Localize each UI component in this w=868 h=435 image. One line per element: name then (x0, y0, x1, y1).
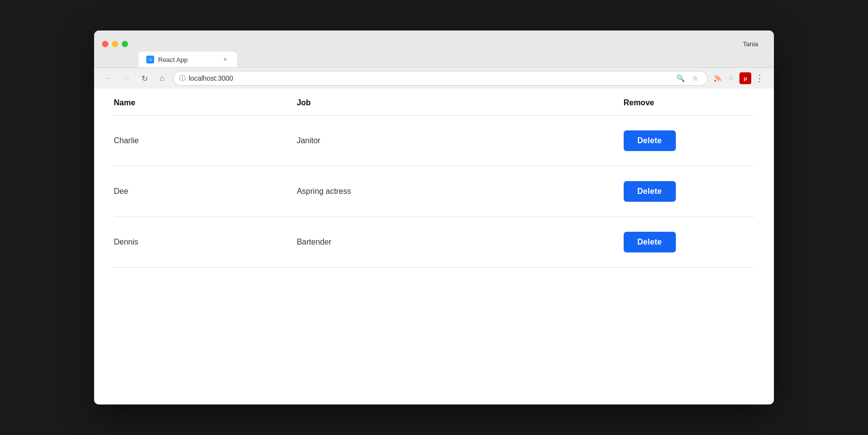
cell-remove: Delete (624, 116, 754, 166)
forward-button[interactable]: → (120, 71, 134, 85)
delete-button-1[interactable]: Delete (624, 130, 676, 151)
cell-job: Aspring actress (297, 166, 623, 217)
page-content: Name Job Remove CharlieJanitorDeleteDeeA… (94, 89, 774, 404)
column-header-remove: Remove (624, 89, 754, 116)
address-info-icon: ⓘ (179, 74, 186, 83)
delete-button-3[interactable]: Delete (624, 232, 676, 252)
title-bar: Tania ⚛ React App × ← → ↻ ⌂ ⓘ localhost:… (94, 31, 774, 89)
cell-remove: Delete (624, 166, 754, 217)
maximize-window-button[interactable] (122, 41, 128, 47)
tab-favicon: ⚛ (146, 56, 154, 63)
cell-name: Dennis (114, 217, 297, 268)
browser-more-button[interactable]: ⋮ (753, 73, 766, 84)
address-text: localhost:3000 (189, 74, 671, 82)
address-actions: 🔍 ☆ (674, 72, 701, 85)
cell-remove: Delete (624, 217, 754, 268)
address-bar-row: ← → ↻ ⌂ ⓘ localhost:3000 🔍 ☆ (94, 67, 774, 89)
minimize-window-button[interactable] (112, 41, 118, 47)
address-field[interactable]: ⓘ localhost:3000 🔍 ☆ (173, 71, 708, 86)
table-row: CharlieJanitorDelete (114, 116, 754, 166)
tab-title: React App (158, 56, 217, 63)
shield-extension-icon[interactable]: μ (739, 72, 751, 84)
address-search-icon[interactable]: 🔍 (674, 72, 687, 85)
table-row: DennisBartenderDelete (114, 217, 754, 268)
back-button[interactable]: ← (102, 71, 116, 85)
reload-button[interactable]: ↻ (137, 71, 151, 85)
address-bookmark-icon[interactable]: ☆ (689, 72, 701, 85)
browser-window: Tania ⚛ React App × ← → ↻ ⌂ ⓘ localhost:… (94, 31, 774, 404)
react-extension-icon[interactable]: ⚛ (726, 72, 737, 84)
close-window-button[interactable] (102, 41, 108, 47)
browser-extensions: ⚛ μ ⋮ (712, 72, 766, 84)
table-row: DeeAspring actressDelete (114, 166, 754, 217)
traffic-lights (102, 41, 128, 47)
column-header-job: Job (297, 89, 623, 116)
tabs-row: ⚛ React App × (94, 52, 774, 67)
rss-extension-icon[interactable] (712, 72, 724, 84)
new-tab-area[interactable] (237, 52, 255, 67)
table-header-row: Name Job Remove (114, 89, 754, 116)
title-bar-top: Tania (94, 31, 774, 52)
home-button[interactable]: ⌂ (155, 71, 169, 85)
profile-name: Tania (735, 36, 766, 52)
cell-job: Bartender (297, 217, 623, 268)
data-table: Name Job Remove CharlieJanitorDeleteDeeA… (114, 89, 754, 268)
svg-point-0 (714, 80, 716, 82)
cell-name: Charlie (114, 116, 297, 166)
cell-job: Janitor (297, 116, 623, 166)
active-tab[interactable]: ⚛ React App × (138, 52, 237, 67)
cell-name: Dee (114, 166, 297, 217)
column-header-name: Name (114, 89, 297, 116)
delete-button-2[interactable]: Delete (624, 181, 676, 202)
tab-close-button[interactable]: × (221, 56, 229, 63)
